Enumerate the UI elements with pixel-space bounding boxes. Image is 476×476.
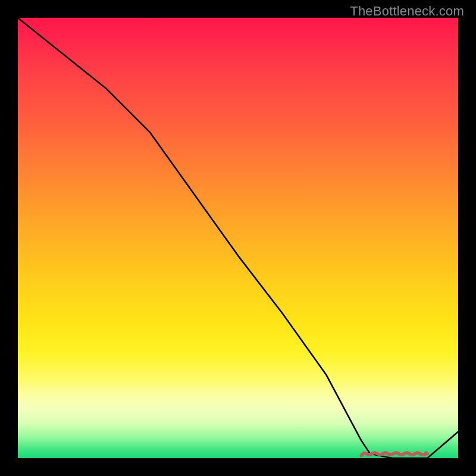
- watermark-text: TheBottleneck.com: [350, 4, 464, 19]
- plot-area: [18, 18, 458, 458]
- chart-svg: [18, 18, 458, 458]
- chart-frame: TheBottleneck.com: [0, 0, 476, 476]
- red-squiggle-annotation: [361, 453, 427, 456]
- main-curve: [18, 18, 458, 458]
